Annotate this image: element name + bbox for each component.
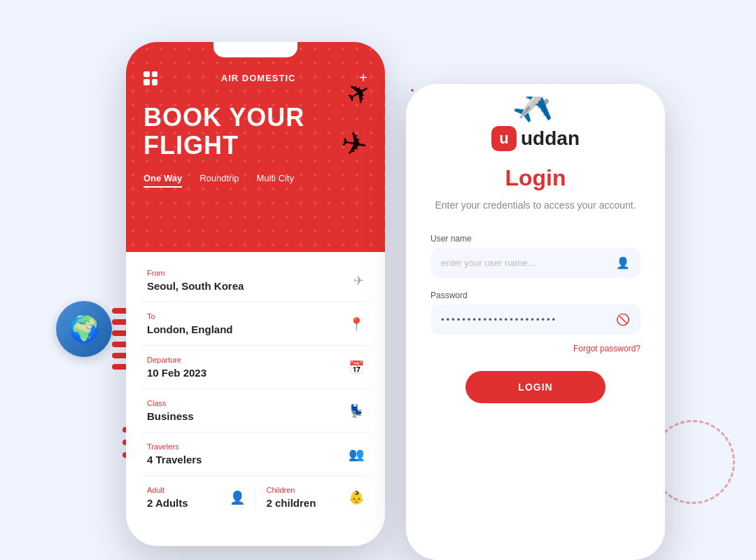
tab-one-way[interactable]: One Way	[144, 173, 182, 188]
adult-label: Adult	[147, 486, 230, 494]
password-dots: ••••••••••••••••••••••	[441, 314, 616, 325]
from-field-content: From Seoul, South Korea	[147, 269, 354, 292]
to-label: To	[147, 312, 349, 321]
departure-value: 10 Feb 2023	[147, 367, 349, 379]
class-label: Class	[147, 399, 349, 407]
forgot-password-link[interactable]: Forgot password?	[573, 344, 640, 354]
app-logo: u uddan	[491, 126, 580, 151]
book-headline: BOOK YOURFLIGHT	[144, 104, 368, 159]
children-label: Children	[267, 486, 349, 494]
location-icon: 📍	[349, 316, 364, 332]
children-value: 2 children	[267, 497, 349, 509]
children-icon: 👶	[349, 490, 364, 505]
travelers-field-content: Travelers 4 Travelers	[147, 442, 349, 465]
login-title: Login	[505, 165, 566, 191]
grid-menu-icon[interactable]	[144, 71, 158, 85]
logo-icon: u	[491, 126, 517, 151]
from-label: From	[147, 269, 354, 277]
to-value: London, England	[147, 323, 349, 335]
flight-form: From Seoul, South Korea ✈ To London, Eng…	[126, 252, 385, 526]
flight-type-tabs: One Way Roundtrip Multi City	[144, 173, 368, 188]
adult-field[interactable]: Adult 2 Adults 👤	[147, 486, 256, 509]
flight-booking-phone: AIR DOMESTIC + BOOK YOURFLIGHT ✈ ✈ One W…	[126, 42, 385, 546]
book-title: BOOK YOURFLIGHT	[144, 104, 368, 159]
adult-icon: 👤	[230, 490, 245, 505]
to-field-content: To London, England	[147, 312, 349, 335]
from-value: Seoul, South Korea	[147, 280, 354, 292]
flight-header: AIR DOMESTIC + BOOK YOURFLIGHT ✈ ✈ One W…	[126, 42, 385, 252]
header-top-bar: AIR DOMESTIC +	[144, 70, 368, 86]
login-button[interactable]: LOGIN	[465, 371, 606, 403]
password-group: Password •••••••••••••••••••••• 🚫	[430, 290, 640, 335]
calendar-icon: 📅	[349, 360, 364, 375]
to-field[interactable]: To London, England 📍	[140, 302, 371, 346]
adult-content: Adult 2 Adults	[147, 486, 230, 509]
password-label: Password	[430, 290, 640, 300]
phones-container: AIR DOMESTIC + BOOK YOURFLIGHT ✈ ✈ One W…	[126, 42, 721, 560]
login-content: u uddan Login Enter your credentials to …	[406, 84, 665, 424]
from-plane-icon: ✈	[354, 273, 364, 288]
grid-cell	[152, 71, 158, 78]
username-label: User name	[430, 234, 640, 244]
departure-field-content: Departure 10 Feb 2023	[147, 356, 349, 379]
travelers-value: 4 Travelers	[147, 454, 349, 465]
username-group: User name enter your user name... 👤	[430, 234, 640, 278]
class-field[interactable]: Class Business 💺	[140, 389, 371, 433]
tab-roundtrip[interactable]: Roundtrip	[200, 173, 239, 188]
travelers-label: Travelers	[147, 442, 349, 451]
logo-name: uddan	[521, 127, 580, 150]
password-input-wrapper[interactable]: •••••••••••••••••••••• 🚫	[430, 304, 640, 335]
user-icon: 👤	[616, 256, 630, 270]
phone-notch-left	[214, 42, 298, 57]
phone-notch-right	[500, 84, 570, 97]
from-field[interactable]: From Seoul, South Korea ✈	[140, 259, 371, 302]
grid-cell	[144, 79, 150, 85]
children-content: Children 2 children	[267, 486, 349, 509]
tab-multi-city[interactable]: Multi City	[257, 173, 294, 188]
departure-field[interactable]: Departure 10 Feb 2023 📅	[140, 346, 371, 389]
username-input-wrapper[interactable]: enter your user name... 👤	[430, 248, 640, 278]
adult-value: 2 Adults	[147, 497, 230, 509]
class-value: Business	[147, 410, 349, 422]
username-placeholder: enter your user name...	[441, 258, 616, 268]
logo-letter: u	[499, 130, 508, 148]
eye-slash-icon[interactable]: 🚫	[616, 313, 630, 326]
children-field[interactable]: Children 2 children 👶	[267, 486, 365, 509]
seat-icon: 💺	[349, 403, 364, 419]
grid-cell	[144, 71, 150, 78]
login-subtitle: Enter your credentials to access your ac…	[435, 198, 636, 213]
class-field-content: Class Business	[147, 399, 349, 422]
grid-cell	[152, 79, 158, 85]
passenger-details-row: Adult 2 Adults 👤 Children 2 children 👶	[140, 476, 371, 519]
departure-label: Departure	[147, 356, 349, 364]
login-phone: u uddan Login Enter your credentials to …	[406, 84, 665, 560]
app-header-title: AIR DOMESTIC	[221, 73, 296, 83]
travelers-field[interactable]: Travelers 4 Travelers 👥	[140, 433, 371, 476]
globe-icon: 🌍	[56, 301, 112, 357]
travelers-icon: 👥	[349, 447, 364, 462]
